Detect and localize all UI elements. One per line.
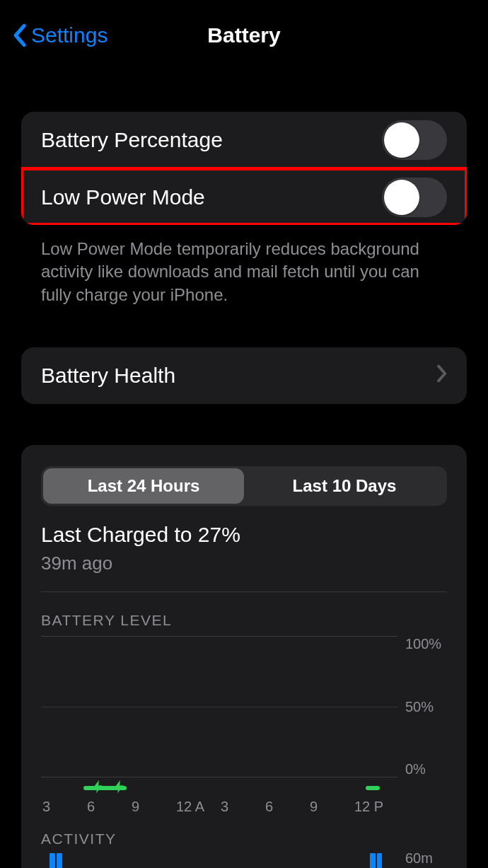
y-tick: 100% bbox=[405, 636, 447, 652]
last-charged-title: Last Charged to 27% bbox=[41, 523, 447, 547]
charging-indicator-track bbox=[41, 782, 397, 794]
bolt-icon bbox=[112, 779, 127, 794]
activity-bar bbox=[50, 853, 55, 868]
x-tick: 12 P bbox=[353, 799, 397, 815]
battery-usage-card: Last 24 Hours Last 10 Days Last Charged … bbox=[21, 445, 467, 868]
x-tick: 12 A bbox=[175, 799, 219, 815]
activity-bar bbox=[57, 853, 62, 868]
row-label: Low Power Mode bbox=[41, 185, 205, 209]
settings-group-health: Battery Health bbox=[21, 347, 467, 404]
activity-bar bbox=[377, 853, 383, 868]
settings-group-power: Battery Percentage Low Power Mode bbox=[21, 112, 467, 225]
activity-chart: 60m bbox=[41, 853, 397, 868]
row-low-power-mode[interactable]: Low Power Mode bbox=[21, 168, 467, 225]
chevron-left-icon bbox=[13, 23, 28, 47]
row-battery-percentage[interactable]: Battery Percentage bbox=[21, 112, 467, 168]
last-charged-time: 39m ago bbox=[41, 552, 447, 574]
x-tick: 3 bbox=[219, 799, 264, 815]
toggle-battery-percentage[interactable] bbox=[382, 120, 447, 160]
x-tick: 6 bbox=[264, 799, 308, 815]
x-tick: 9 bbox=[130, 799, 175, 815]
activity-y-tick: 60m bbox=[401, 850, 447, 867]
charging-segment bbox=[366, 786, 380, 790]
x-tick: 6 bbox=[86, 799, 130, 815]
chevron-right-icon bbox=[436, 364, 447, 388]
page-title: Battery bbox=[207, 23, 280, 47]
bolt-icon bbox=[91, 779, 106, 794]
row-label: Battery Percentage bbox=[41, 128, 223, 152]
tab-last-10-days[interactable]: Last 10 Days bbox=[244, 468, 445, 504]
x-tick: 3 bbox=[41, 799, 86, 815]
low-power-description: Low Power Mode temporarily reduces backg… bbox=[21, 225, 467, 306]
toggle-low-power-mode[interactable] bbox=[382, 178, 447, 217]
tab-last-24-hours[interactable]: Last 24 Hours bbox=[43, 468, 244, 504]
y-tick: 0% bbox=[405, 761, 447, 777]
section-label-battery-level: BATTERY LEVEL bbox=[41, 612, 447, 629]
back-label: Settings bbox=[31, 23, 108, 47]
y-tick: 50% bbox=[405, 699, 447, 715]
section-label-activity: ACTIVITY bbox=[41, 831, 447, 847]
row-battery-health[interactable]: Battery Health bbox=[21, 347, 467, 404]
back-button[interactable]: Settings bbox=[13, 23, 108, 47]
row-label: Battery Health bbox=[41, 364, 175, 388]
x-axis-labels: 36912 A36912 P bbox=[41, 799, 397, 815]
x-tick: 9 bbox=[308, 799, 353, 815]
nav-bar: Settings Battery bbox=[0, 0, 488, 71]
segmented-control[interactable]: Last 24 Hours Last 10 Days bbox=[41, 466, 447, 506]
battery-level-chart: 100% 50% 0% bbox=[41, 636, 447, 777]
activity-bar bbox=[370, 853, 376, 868]
